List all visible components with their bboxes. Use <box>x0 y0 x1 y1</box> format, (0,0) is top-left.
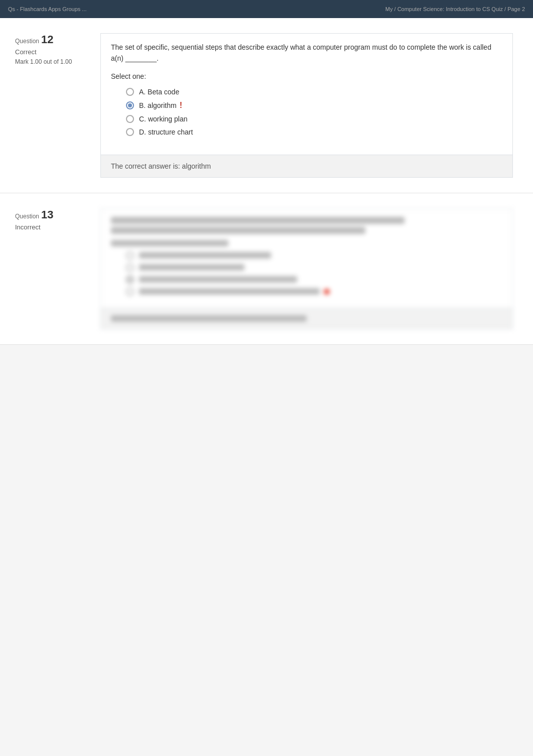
question-number-12: 12 <box>41 33 53 46</box>
question-meta-13: Question 13 Incorrect <box>0 203 100 334</box>
top-bar-left: Qs - Flashcards Apps Groups ... <box>8 6 87 12</box>
top-bar-right: My / Computer Science: Introduction to C… <box>385 6 525 12</box>
option-D-12[interactable]: D. structure chart <box>126 125 502 139</box>
option-C-12[interactable]: C. working plan <box>126 112 502 125</box>
option-radio-D-12[interactable] <box>126 128 134 136</box>
question-block-12: Question 12 Correct Mark 1.00 out of 1.0… <box>0 18 533 193</box>
question-body-12: The set of specific, sequential steps th… <box>100 28 533 183</box>
question-inner-12: The set of specific, sequential steps th… <box>101 34 512 155</box>
correct-answer-text-12: The correct answer is: algorithm <box>111 162 211 170</box>
options-list-12: A. Beta code B. algorithm ! C. working p… <box>126 85 502 139</box>
status-correct-12: Correct <box>15 48 90 56</box>
option-label-D-12: D. structure chart <box>139 128 193 136</box>
question-content-area-13 <box>100 208 513 329</box>
question-block-13: Question 13 Incorrect <box>0 193 533 345</box>
answer-section-blurred-13 <box>101 308 512 329</box>
question-number-label-12: Question <box>15 38 39 45</box>
question-number-label-13: Question <box>15 213 39 220</box>
question-number-13: 13 <box>41 208 53 221</box>
select-one-label-12: Select one: <box>111 72 502 80</box>
option-B-12[interactable]: B. algorithm ! <box>126 98 502 112</box>
blurred-options-13 <box>126 251 502 296</box>
status-incorrect-13: Incorrect <box>15 223 90 231</box>
top-bar: Qs - Flashcards Apps Groups ... My / Com… <box>0 0 533 18</box>
question-number-row-12: Question 12 <box>15 33 90 46</box>
mark-info-12: Mark 1.00 out of 1.00 <box>15 58 90 66</box>
question-body-13 <box>100 203 533 334</box>
question-meta-12: Question 12 Correct Mark 1.00 out of 1.0… <box>0 28 100 183</box>
option-radio-B-12[interactable] <box>126 101 134 109</box>
question-number-row-13: Question 13 <box>15 208 90 221</box>
option-correct-mark-B-12: ! <box>180 101 182 110</box>
option-label-A-12: A. Beta code <box>139 88 179 96</box>
question-inner-13 <box>101 209 512 308</box>
answer-section-12: The correct answer is: algorithm <box>101 155 512 177</box>
page-content: Question 12 Correct Mark 1.00 out of 1.0… <box>0 18 533 345</box>
blurred-q-text-13 <box>111 217 502 234</box>
question-text-12: The set of specific, sequential steps th… <box>111 42 502 64</box>
option-label-C-12: C. working plan <box>139 115 188 123</box>
blurred-select-label-13 <box>111 240 502 246</box>
option-radio-A-12[interactable] <box>126 88 134 96</box>
option-label-B-12: B. algorithm <box>139 101 177 109</box>
option-radio-C-12[interactable] <box>126 115 134 123</box>
option-A-12[interactable]: A. Beta code <box>126 85 502 98</box>
question-content-area-12: The set of specific, sequential steps th… <box>100 33 513 178</box>
